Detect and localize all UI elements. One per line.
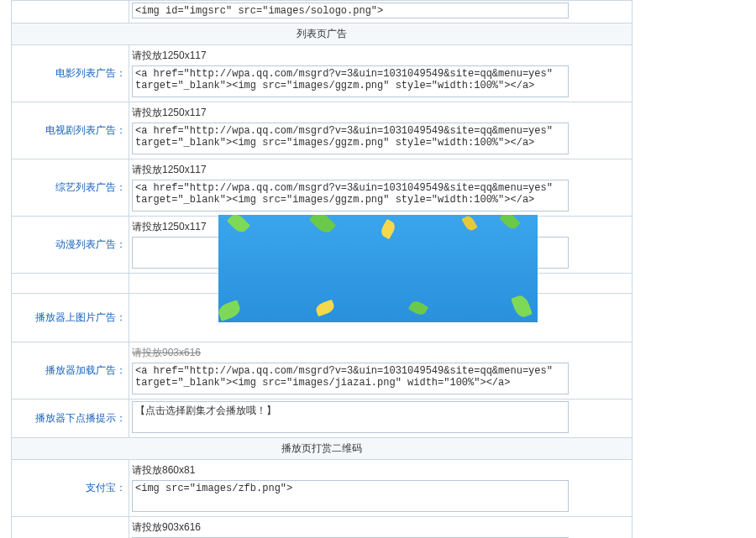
hint-wechat: 请投放903x616 bbox=[132, 519, 629, 537]
leaf-decoration-icon bbox=[408, 299, 428, 317]
top-label-cell bbox=[12, 1, 129, 24]
hint-variety: 请投放1250x117 bbox=[132, 161, 629, 180]
section-title: 列表页广告 bbox=[12, 24, 633, 45]
leaf-decoration-icon bbox=[314, 300, 335, 317]
label-movie-list-ad: 电影列表广告： bbox=[12, 45, 129, 102]
leaf-decoration-icon bbox=[379, 219, 397, 239]
leaf-decoration-icon bbox=[218, 300, 242, 321]
top-image-textarea[interactable] bbox=[132, 3, 569, 18]
section-list-ads: 列表页广告 bbox=[12, 24, 633, 45]
textarea-variety-list-ad[interactable] bbox=[132, 180, 569, 212]
hint-tv: 请投放1250x117 bbox=[132, 104, 629, 123]
leaf-decoration-icon bbox=[309, 215, 337, 236]
leaf-decoration-icon bbox=[499, 215, 520, 232]
leaf-decoration-icon bbox=[461, 215, 477, 232]
hint-movie: 请投放1250x117 bbox=[132, 47, 629, 65]
textarea-tv-list-ad[interactable] bbox=[132, 123, 569, 154]
ad-overlay-banner[interactable] bbox=[218, 215, 538, 322]
label-variety-list-ad: 综艺列表广告： bbox=[12, 159, 129, 217]
leaf-decoration-icon bbox=[511, 294, 533, 320]
label-anime-list-ad: 动漫列表广告： bbox=[12, 217, 129, 274]
hint-player-loading: 请投放903x616 bbox=[132, 344, 629, 363]
textarea-player-loading-ad[interactable] bbox=[132, 363, 569, 394]
label-player-top-image-ad: 播放器上图片广告： bbox=[12, 294, 129, 342]
label-player-loading-ad: 播放器加载广告： bbox=[12, 342, 129, 400]
section-qr-code: 播放页打赏二维码 bbox=[12, 438, 633, 460]
hint-alipay: 请投放860x81 bbox=[132, 462, 629, 480]
textarea-player-bottom-tip[interactable] bbox=[132, 401, 569, 433]
textarea-alipay[interactable] bbox=[132, 480, 569, 512]
section-title-2: 播放页打赏二维码 bbox=[12, 438, 633, 460]
leaf-decoration-icon bbox=[227, 215, 250, 235]
label-player-bottom-tip: 播放器下点播提示： bbox=[12, 400, 129, 438]
label-tv-list-ad: 电视剧列表广告： bbox=[12, 102, 129, 159]
label-alipay: 支付宝： bbox=[12, 460, 129, 517]
label-wechat: 微信： bbox=[12, 517, 129, 539]
textarea-movie-list-ad[interactable] bbox=[132, 65, 569, 97]
